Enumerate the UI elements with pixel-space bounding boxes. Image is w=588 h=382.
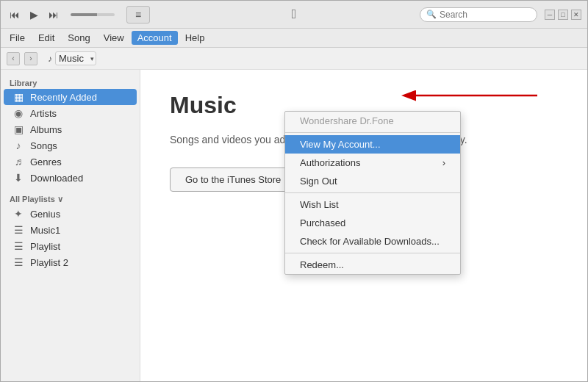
divider-1 — [285, 132, 460, 133]
genres-icon: ♬ — [12, 156, 24, 167]
sidebar-item-music1[interactable]: ☰ Music1 — [4, 222, 137, 238]
account-menu-authorizations[interactable]: Authorizations › — [285, 154, 460, 172]
music1-icon: ☰ — [12, 224, 24, 236]
menu-file[interactable]: File — [4, 31, 31, 45]
content-area: Music Songs and videos you add to iTunes… — [140, 70, 587, 381]
dropdown-overlay: Wondershare Dr.Fone View My Account... A… — [140, 70, 587, 381]
menu-song[interactable]: Song — [62, 31, 96, 45]
music-selector[interactable]: Music ▾ — [55, 51, 96, 65]
search-icon: 🔍 — [426, 10, 437, 19]
window-controls: ─ □ ✕ — [545, 10, 581, 20]
note-icon: ♪ — [48, 54, 52, 64]
sidebar-item-genres[interactable]: ♬ Genres — [4, 154, 137, 170]
account-menu-view-account[interactable]: View My Account... — [285, 135, 460, 154]
forward-button[interactable]: › — [24, 52, 37, 65]
playlist-label: Playlist — [30, 241, 60, 252]
main-layout: Library ▦ Recently Added ◉ Artists ▣ Alb… — [1, 70, 587, 381]
sidebar-item-artists[interactable]: ◉ Artists — [4, 105, 137, 121]
account-menu-purchased[interactable]: Purchased — [285, 214, 460, 232]
recently-added-label: Recently Added — [30, 92, 97, 103]
sidebar-item-recently-added[interactable]: ▦ Recently Added — [4, 89, 137, 105]
sidebar-item-songs[interactable]: ♪ Songs — [4, 137, 137, 154]
divider-2 — [285, 192, 460, 193]
sidebar-item-playlist2[interactable]: ☰ Playlist 2 — [4, 254, 137, 270]
apple-logo:  — [292, 7, 297, 22]
library-section-label: Library — [1, 76, 140, 89]
songs-label: Songs — [30, 140, 57, 151]
downloaded-label: Downloaded — [30, 173, 83, 184]
account-username: Wondershare Dr.Fone — [285, 112, 460, 130]
playlist2-icon: ☰ — [12, 256, 24, 268]
forward-button[interactable]: ⏭ — [46, 7, 62, 22]
menu-edit[interactable]: Edit — [32, 31, 60, 45]
account-menu-redeem[interactable]: Redeem... — [285, 256, 460, 274]
main-window: ⏮ ▶ ⏭  ≡ 🔍 ─ □ ✕ File Edit Song View Ac… — [0, 0, 588, 382]
account-menu-wish-list[interactable]: Wish List — [285, 195, 460, 214]
music-dropdown[interactable]: Music — [55, 51, 96, 65]
rewind-button[interactable]: ⏮ — [7, 7, 23, 22]
play-button[interactable]: ▶ — [27, 7, 41, 22]
sidebar-item-playlist[interactable]: ☰ Playlist — [4, 238, 137, 254]
authorizations-label: Authorizations — [300, 157, 360, 168]
genius-label: Genius — [30, 209, 60, 220]
divider-3 — [285, 253, 460, 253]
account-dropdown-menu: Wondershare Dr.Fone View My Account... A… — [284, 111, 461, 275]
genius-icon: ✦ — [12, 208, 24, 220]
nav-bar: ‹ › ♪ Music ▾ — [1, 48, 587, 70]
playlist2-label: Playlist 2 — [30, 257, 68, 268]
submenu-arrow-icon: › — [442, 157, 445, 168]
artists-label: Artists — [30, 108, 57, 119]
music1-label: Music1 — [30, 225, 60, 236]
minimize-button[interactable]: ─ — [545, 10, 555, 20]
playlist-icon: ☰ — [12, 240, 24, 252]
sidebar-item-downloaded[interactable]: ⬇ Downloaded — [4, 170, 137, 186]
back-button[interactable]: ‹ — [7, 52, 20, 65]
account-menu-check-downloads[interactable]: Check for Available Downloads... — [285, 232, 460, 251]
music-nav: ♪ Music ▾ — [48, 51, 96, 65]
maximize-button[interactable]: □ — [558, 10, 568, 20]
transport-controls: ⏮ ▶ ⏭ — [7, 7, 62, 22]
title-bar: ⏮ ▶ ⏭  ≡ 🔍 ─ □ ✕ — [1, 1, 587, 29]
close-button[interactable]: ✕ — [571, 10, 581, 20]
recently-added-icon: ▦ — [12, 91, 24, 103]
genres-label: Genres — [30, 156, 62, 167]
menu-bar: File Edit Song View Account Help — [1, 29, 587, 48]
menu-account[interactable]: Account — [132, 31, 178, 45]
menu-help[interactable]: Help — [179, 31, 211, 45]
albums-label: Albums — [30, 124, 62, 135]
sidebar: Library ▦ Recently Added ◉ Artists ▣ Alb… — [1, 70, 140, 381]
search-input[interactable] — [440, 10, 528, 20]
search-box: 🔍 — [420, 7, 537, 22]
artists-icon: ◉ — [12, 107, 24, 119]
playlists-section-label[interactable]: All Playlists ∨ — [1, 192, 140, 206]
list-view-button[interactable]: ≡ — [126, 6, 150, 24]
account-menu-sign-out[interactable]: Sign Out — [285, 172, 460, 190]
downloaded-icon: ⬇ — [12, 172, 24, 184]
albums-icon: ▣ — [12, 123, 24, 135]
arrow-annotation — [287, 77, 552, 114]
songs-icon: ♪ — [12, 140, 24, 151]
volume-slider[interactable] — [71, 13, 115, 16]
sidebar-item-genius[interactable]: ✦ Genius — [4, 206, 137, 222]
sidebar-item-albums[interactable]: ▣ Albums — [4, 121, 137, 137]
menu-view[interactable]: View — [98, 31, 130, 45]
